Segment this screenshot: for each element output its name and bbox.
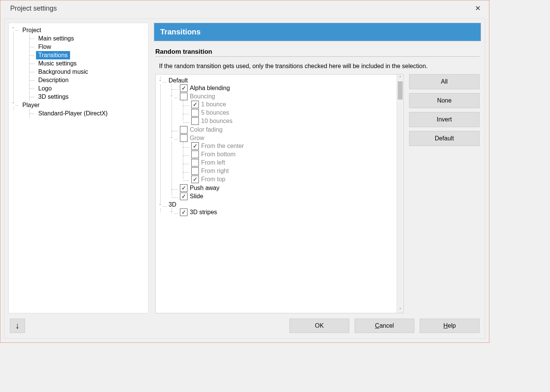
expand-icon[interactable]: ˅ — [11, 102, 16, 106]
ok-button[interactable]: OK — [289, 319, 349, 333]
nav-item[interactable]: Music settings — [36, 59, 79, 68]
default-button[interactable]: Default — [409, 131, 480, 146]
tree-item-label[interactable]: From the center — [201, 143, 244, 149]
settings-window: Project settings ✕ ˅ProjectMain settings… — [0, 0, 489, 343]
expand-icon[interactable]: ˅ — [158, 79, 162, 84]
expand-icon[interactable]: ˅ — [11, 27, 16, 31]
tree-item-label[interactable]: From right — [201, 168, 229, 174]
side-buttons: All None Invert Default — [409, 74, 480, 313]
tree-item-label[interactable]: From bottom — [201, 151, 236, 158]
section-description: If the random transition gets used, only… — [159, 62, 478, 70]
transitions-area: ˅Default✓Alpha blending˅Bouncing✓1 bounc… — [155, 74, 480, 313]
checkbox[interactable] — [191, 167, 199, 175]
footer: ↓ OK Cancel Help — [8, 313, 481, 334]
tree-row: Bouncing — [180, 93, 395, 100]
nav-tree: ˅ProjectMain settingsFlowTransitionsMusi… — [8, 23, 148, 313]
tree-item-label[interactable]: From top — [201, 176, 225, 183]
tree-item-label[interactable]: Alpha blending — [190, 85, 230, 92]
scroll-thumb[interactable] — [398, 81, 403, 100]
nav-item[interactable]: Transitions — [36, 51, 70, 59]
section-title: Random transition — [155, 48, 480, 57]
tree-row: ✓From top — [191, 176, 395, 183]
checkbox[interactable] — [180, 134, 188, 142]
transitions-tree: ˅Default✓Alpha blending˅Bouncing✓1 bounc… — [156, 75, 397, 313]
expand-icon[interactable]: ˅ — [169, 95, 174, 100]
tree-row: From right — [191, 167, 395, 175]
tree-row: Color fading — [180, 126, 395, 134]
tree-row: Default — [169, 77, 395, 84]
tree-item-label[interactable]: 3D — [169, 201, 176, 208]
checkbox[interactable]: ✓ — [180, 193, 188, 200]
tree-row: ✓Push away — [180, 184, 395, 192]
right-panel: Transitions Random transition If the ran… — [154, 23, 481, 313]
invert-button[interactable]: Invert — [409, 112, 480, 127]
tree-row: 5 bounces — [191, 109, 395, 117]
download-button[interactable]: ↓ — [10, 319, 25, 333]
tree-row: 10 bounces — [191, 117, 395, 125]
tree-item-label[interactable]: From left — [201, 159, 225, 166]
tree-item-label[interactable]: Push away — [190, 185, 219, 191]
checkbox[interactable]: ✓ — [191, 101, 199, 108]
tree-row: ✓3D stripes — [180, 208, 395, 216]
nav-item[interactable]: Logo — [36, 84, 54, 93]
checkbox[interactable] — [191, 109, 199, 117]
tree-row: ✓From the center — [191, 142, 395, 150]
nav-item[interactable]: Background music — [36, 68, 91, 76]
expand-icon[interactable]: ˅ — [169, 137, 174, 141]
none-button[interactable]: None — [409, 93, 480, 108]
checkbox[interactable] — [191, 117, 199, 125]
tree-row: ✓Alpha blending — [180, 84, 395, 92]
checkbox[interactable]: ✓ — [180, 208, 188, 216]
tree-row: ✓1 bounce — [191, 101, 395, 108]
tree-item-label[interactable]: 5 bounces — [201, 109, 229, 116]
checkbox[interactable] — [191, 151, 199, 158]
nav-item[interactable]: Flow — [36, 43, 53, 51]
scroll-up-button[interactable]: ˄ — [397, 75, 403, 81]
checkbox[interactable]: ✓ — [180, 184, 188, 192]
scroll-down-button[interactable]: ˅ — [397, 306, 403, 313]
tree-row: From left — [191, 159, 395, 166]
help-button[interactable]: Help — [420, 319, 480, 333]
tree-item-label[interactable]: Grow — [190, 135, 204, 142]
tree-item-label[interactable]: Bouncing — [190, 93, 215, 100]
chevron-up-icon: ˄ — [399, 76, 401, 80]
scrollbar[interactable]: ˄ ˅ — [397, 75, 403, 313]
nav-item[interactable]: 3D settings — [36, 93, 71, 101]
checkbox[interactable]: ✓ — [180, 84, 188, 92]
expand-icon[interactable]: ˅ — [169, 211, 174, 215]
checkbox[interactable]: ✓ — [191, 176, 199, 183]
nav-item[interactable]: Main settings — [36, 34, 76, 43]
checkbox[interactable] — [180, 93, 188, 100]
cancel-button[interactable]: Cancel — [355, 319, 414, 333]
tree-row: Grow — [180, 134, 395, 142]
tree-row: ✓Slide — [180, 193, 395, 200]
tree-row: From bottom — [191, 151, 395, 158]
tree-row: 3D — [169, 201, 395, 208]
close-icon: ✕ — [475, 4, 481, 12]
panel-header: Transitions — [154, 23, 481, 41]
expand-icon[interactable]: ˅ — [158, 204, 162, 208]
checkbox[interactable] — [191, 159, 199, 166]
checkbox[interactable] — [180, 126, 188, 134]
chevron-down-icon: ˅ — [399, 308, 401, 312]
checkbox[interactable]: ✓ — [191, 142, 199, 150]
nav-group-label[interactable]: Player — [20, 101, 42, 109]
tree-item-label[interactable]: 10 bounces — [201, 118, 233, 124]
tree-item-label[interactable]: 3D stripes — [190, 209, 217, 216]
tree-item-label[interactable]: 1 bounce — [201, 101, 226, 108]
nav-group-label[interactable]: Project — [20, 26, 44, 34]
nav-item[interactable]: Standard-Player (DirectX) — [36, 109, 110, 118]
main-area: ˅ProjectMain settingsFlowTransitionsMusi… — [8, 23, 481, 313]
transitions-tree-container: ˅Default✓Alpha blending˅Bouncing✓1 bounc… — [155, 74, 404, 313]
titlebar: Project settings ✕ — [0, 0, 489, 16]
tree-item-label[interactable]: Slide — [190, 193, 203, 200]
arrow-down-icon: ↓ — [16, 321, 20, 331]
content-frame: ˅ProjectMain settingsFlowTransitionsMusi… — [4, 19, 485, 339]
tree-item-label[interactable]: Default — [169, 77, 188, 84]
all-button[interactable]: All — [409, 74, 480, 89]
tree-item-label[interactable]: Color fading — [190, 126, 222, 133]
window-title: Project settings — [10, 5, 57, 12]
close-button[interactable]: ✕ — [470, 2, 485, 14]
nav-item[interactable]: Description — [36, 76, 71, 84]
